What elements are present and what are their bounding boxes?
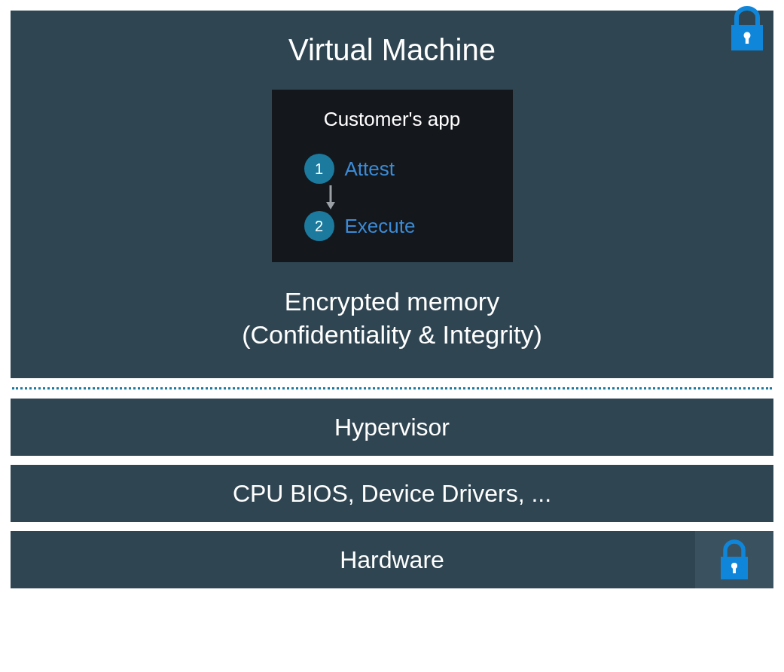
layer-label: CPU BIOS, Device Drivers, ...	[233, 480, 551, 508]
svg-rect-2	[746, 35, 749, 44]
step-attest: 1 Attest	[304, 154, 492, 184]
svg-rect-7	[733, 566, 736, 573]
trust-boundary-divider	[12, 387, 772, 389]
layer-label: Hardware	[340, 546, 444, 574]
layer-label: Hypervisor	[334, 414, 450, 441]
hardware-layer: Hardware	[11, 531, 773, 588]
customer-app-box: Customer's app 1 Attest 2 Execute	[272, 90, 513, 262]
encrypted-memory-label: Encrypted memory (Confidentiality & Inte…	[41, 285, 743, 351]
arrow-down-icon	[316, 184, 346, 211]
vm-title: Virtual Machine	[41, 33, 743, 67]
bios-drivers-layer: CPU BIOS, Device Drivers, ...	[11, 465, 773, 522]
enc-line1: Encrypted memory	[41, 285, 743, 318]
step-label: Attest	[345, 157, 395, 181]
confidential-vm-diagram: Virtual Machine Customer's app 1 Attest …	[11, 11, 773, 588]
step-execute: 2 Execute	[304, 211, 492, 241]
enc-line2: (Confidentiality & Integrity)	[41, 318, 743, 351]
step-label: Execute	[345, 215, 416, 238]
app-steps: 1 Attest 2 Execute	[293, 154, 492, 241]
lock-icon	[725, 5, 769, 55]
app-title: Customer's app	[293, 108, 492, 131]
svg-marker-4	[326, 202, 335, 209]
vm-container: Virtual Machine Customer's app 1 Attest …	[11, 11, 773, 378]
lock-icon	[715, 539, 754, 581]
hypervisor-layer: Hypervisor	[11, 399, 773, 456]
hardware-lock-region	[695, 531, 773, 588]
step-number-badge: 1	[304, 154, 334, 184]
step-number-badge: 2	[304, 211, 334, 241]
